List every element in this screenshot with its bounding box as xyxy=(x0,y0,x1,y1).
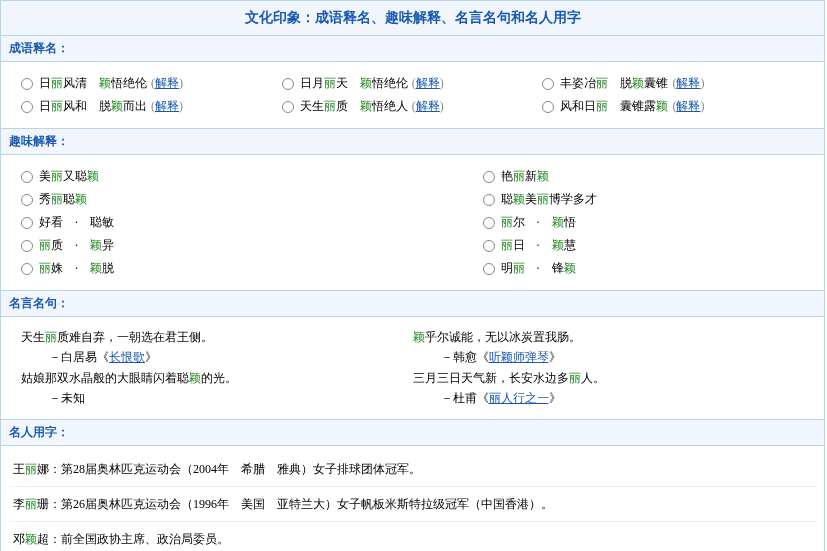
quote-text: 天生丽质难自弃，一朝选在君王侧。 xyxy=(21,327,413,347)
idiom-text: 丰姿冶丽 脱颖囊锥 xyxy=(560,75,668,92)
quote-link[interactable]: 丽人行之一 xyxy=(489,391,549,405)
fun-text: 丽质 · 颖异 xyxy=(39,237,114,254)
section-header-fun: 趣味解释： xyxy=(1,128,824,155)
fun-text: 丽尔 · 颖悟 xyxy=(501,214,576,231)
idiom-text: 日月丽天 颖悟绝伦 xyxy=(300,75,408,92)
quote-source: －杜甫《丽人行之一》 xyxy=(413,388,805,408)
quote-text: 姑娘那双水晶般的大眼睛闪着聪颖的光。 xyxy=(21,368,413,388)
idiom-item[interactable]: 丰姿冶丽 脱颖囊锥(解释) xyxy=(542,72,803,95)
radio-icon[interactable] xyxy=(21,171,33,183)
person-row: 李丽珊：第26届奥林匹克运动会（1996年 美国 亚特兰大）女子帆板米斯特拉级冠… xyxy=(9,487,816,522)
person-name: 李丽珊 xyxy=(13,497,49,511)
radio-icon[interactable] xyxy=(483,171,495,183)
idiom-item[interactable]: 日丽风和 脱颖而出(解释) xyxy=(21,95,282,118)
idiom-item[interactable]: 日丽风清 颖悟绝伦(解释) xyxy=(21,72,282,95)
section-header-people: 名人用字： xyxy=(1,419,824,446)
radio-icon[interactable] xyxy=(282,101,294,113)
person-desc: ：前全国政协主席、政治局委员。 xyxy=(49,532,229,546)
radio-icon[interactable] xyxy=(21,217,33,229)
fun-item[interactable]: 丽姝 · 颖脱 xyxy=(21,257,413,280)
fun-item[interactable]: 聪颖美丽博学多才 xyxy=(483,188,805,211)
fun-text: 聪颖美丽博学多才 xyxy=(501,191,597,208)
fun-item[interactable]: 秀丽聪颖 xyxy=(21,188,413,211)
idiom-text: 日丽风和 脱颖而出 xyxy=(39,98,147,115)
radio-icon[interactable] xyxy=(282,78,294,90)
fun-item[interactable]: 丽质 · 颖异 xyxy=(21,234,413,257)
explain-link[interactable]: (解释) xyxy=(151,98,183,115)
explain-link[interactable]: (解释) xyxy=(412,75,444,92)
radio-icon[interactable] xyxy=(21,263,33,275)
person-desc: ：第28届奥林匹克运动会（2004年 希腊 雅典）女子排球团体冠军。 xyxy=(49,462,421,476)
idiom-text: 风和日丽 囊锥露颖 xyxy=(560,98,668,115)
radio-icon[interactable] xyxy=(483,240,495,252)
explain-link[interactable]: (解释) xyxy=(412,98,444,115)
fun-body: 美丽又聪颖秀丽聪颖好看 · 聪敏丽质 · 颖异丽姝 · 颖脱 艳丽新颖聪颖美丽博… xyxy=(1,155,824,290)
fun-text: 丽姝 · 颖脱 xyxy=(39,260,114,277)
radio-icon[interactable] xyxy=(542,101,554,113)
quote-text: 三月三日天气新，长安水边多丽人。 xyxy=(413,368,805,388)
fun-text: 好看 · 聪敏 xyxy=(39,214,114,231)
fun-text: 美丽又聪颖 xyxy=(39,168,99,185)
radio-icon[interactable] xyxy=(21,101,33,113)
quote-link[interactable]: 长恨歌 xyxy=(109,350,145,364)
fun-item[interactable]: 艳丽新颖 xyxy=(483,165,805,188)
radio-icon[interactable] xyxy=(483,194,495,206)
quote-link[interactable]: 听颖师弹琴 xyxy=(489,350,549,364)
quote-text: 颖乎尔诚能，无以冰炭置我肠。 xyxy=(413,327,805,347)
idiom-body: 日丽风清 颖悟绝伦(解释)日月丽天 颖悟绝伦(解释)丰姿冶丽 脱颖囊锥(解释)日… xyxy=(1,62,824,128)
fun-text: 丽日 · 颖慧 xyxy=(501,237,576,254)
section-header-quotes: 名言名句： xyxy=(1,290,824,317)
page-title: 文化印象：成语释名、趣味解释、名言名句和名人用字 xyxy=(1,1,824,36)
idiom-text: 天生丽质 颖悟绝人 xyxy=(300,98,408,115)
quote-source: －未知 xyxy=(21,388,413,408)
fun-item[interactable]: 好看 · 聪敏 xyxy=(21,211,413,234)
person-desc: ：第26届奥林匹克运动会（1996年 美国 亚特兰大）女子帆板米斯特拉级冠军（中… xyxy=(49,497,553,511)
fun-item[interactable]: 丽日 · 颖慧 xyxy=(483,234,805,257)
fun-text: 秀丽聪颖 xyxy=(39,191,87,208)
fun-item[interactable]: 丽尔 · 颖悟 xyxy=(483,211,805,234)
fun-item[interactable]: 美丽又聪颖 xyxy=(21,165,413,188)
person-name: 邓颖超 xyxy=(13,532,49,546)
explain-link[interactable]: (解释) xyxy=(672,98,704,115)
people-body: 王丽娜：第28届奥林匹克运动会（2004年 希腊 雅典）女子排球团体冠军。李丽珊… xyxy=(1,446,824,551)
person-name: 王丽娜 xyxy=(13,462,49,476)
radio-icon[interactable] xyxy=(483,217,495,229)
idiom-item[interactable]: 天生丽质 颖悟绝人(解释) xyxy=(282,95,543,118)
idiom-item[interactable]: 风和日丽 囊锥露颖(解释) xyxy=(542,95,803,118)
idiom-item[interactable]: 日月丽天 颖悟绝伦(解释) xyxy=(282,72,543,95)
person-row: 邓颖超：前全国政协主席、政治局委员。 xyxy=(9,522,816,551)
radio-icon[interactable] xyxy=(21,194,33,206)
quotes-body: 天生丽质难自弃，一朝选在君王侧。－白居易《长恨歌》姑娘那双水晶般的大眼睛闪着聪颖… xyxy=(1,317,824,419)
section-header-idiom: 成语释名： xyxy=(1,36,824,62)
fun-text: 明丽 · 锋颖 xyxy=(501,260,576,277)
explain-link[interactable]: (解释) xyxy=(672,75,704,92)
radio-icon[interactable] xyxy=(542,78,554,90)
quote-source: －韩愈《听颖师弹琴》 xyxy=(413,347,805,367)
fun-text: 艳丽新颖 xyxy=(501,168,549,185)
person-row: 王丽娜：第28届奥林匹克运动会（2004年 希腊 雅典）女子排球团体冠军。 xyxy=(9,452,816,487)
idiom-text: 日丽风清 颖悟绝伦 xyxy=(39,75,147,92)
fun-item[interactable]: 明丽 · 锋颖 xyxy=(483,257,805,280)
quote-source: －白居易《长恨歌》 xyxy=(21,347,413,367)
radio-icon[interactable] xyxy=(21,78,33,90)
explain-link[interactable]: (解释) xyxy=(151,75,183,92)
radio-icon[interactable] xyxy=(21,240,33,252)
radio-icon[interactable] xyxy=(483,263,495,275)
